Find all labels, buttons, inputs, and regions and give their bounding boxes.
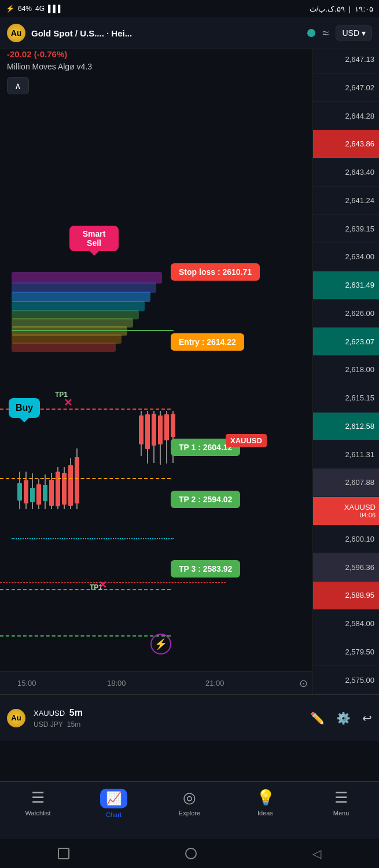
status-dot	[307, 29, 315, 37]
price-2596: 2,596.36	[313, 553, 379, 582]
secondary-instrument[interactable]: USD JPY 15m	[34, 720, 83, 729]
nav-watchlist[interactable]: ☰ Watchlist	[0, 789, 76, 816]
price-2575: 2,575.00	[313, 666, 379, 694]
watchlist-icon: ☰	[31, 789, 45, 807]
price-2600: 2,600.10	[313, 525, 379, 554]
price-change: -20.02 (-0.76%)	[7, 49, 67, 59]
chart-area[interactable]: TP1 ✕ TP1 ✕	[0, 17, 312, 694]
status-right: ۱۹:۰۵ | ۵۹.ک.ب/ث	[310, 5, 373, 13]
header-left: Au Gold Spot / U.S.... · Hei...	[7, 24, 132, 42]
smart-sell-label: Smart Sell	[69, 226, 119, 251]
instrument-list: XAUUSD 5m USD JPY 15m	[34, 708, 83, 729]
entry-label: Entry : 2614.22	[171, 333, 244, 351]
status-left: ⚡ 64% 4G ▌▌▌	[6, 5, 63, 13]
instrument-icon: Au	[7, 709, 25, 727]
price-2623: 2,623.07	[313, 328, 379, 356]
recents-button[interactable]	[58, 848, 69, 859]
menu-icon: ☰	[334, 789, 348, 807]
explore-icon: ◎	[183, 789, 196, 807]
nav-explore[interactable]: ◎ Explore	[152, 789, 227, 816]
pen-icon[interactable]: ✏️	[310, 711, 325, 725]
watchlist-label: Watchlist	[25, 810, 50, 816]
chart-label: Chart	[106, 811, 122, 818]
price-2641: 2,641.24	[313, 187, 379, 215]
gold-icon: Au	[7, 24, 25, 42]
time-label-1500: 15:00	[17, 679, 36, 687]
price-2615: 2,615.15	[313, 384, 379, 413]
bottom-nav: ☰ Watchlist 📈 Chart ◎ Explore 💡 Ideas ☰ …	[0, 781, 379, 839]
header: Au Gold Spot / U.S.... · Hei... ≈ USD ▾	[0, 17, 379, 49]
tp2-label: TP 2 : 2594.02	[171, 491, 240, 508]
chevron-down-icon: ▾	[362, 28, 366, 38]
price-2607: 2,607.88	[313, 469, 379, 497]
time-axis: 15:00 18:00 21:00 ⊙	[0, 671, 312, 694]
price-2639: 2,639.15	[313, 215, 379, 243]
collapse-button[interactable]: ∧	[7, 77, 29, 94]
back-button[interactable]: ◁	[312, 847, 321, 860]
battery-icon: ⚡	[6, 5, 14, 13]
android-nav: ◁	[0, 839, 379, 868]
tp2-line	[0, 635, 171, 637]
time-settings-icon[interactable]: ⊙	[299, 677, 308, 690]
current-price-line	[0, 582, 226, 583]
price-2612: 2,612.58	[313, 413, 379, 441]
instrument-bar: Au XAUUSD 5m USD JPY 15m ✏️ ⚙️ ↩	[0, 694, 379, 741]
price-2644: 2,644.28	[313, 102, 379, 130]
price-2631: 2,631.49	[313, 271, 379, 300]
x-mark-1: ✕	[64, 396, 72, 409]
stop-loss-label: Stop loss : 2610.71	[171, 263, 260, 281]
tp3-label: TP 3 : 2583.92	[171, 560, 240, 578]
signal-bars: ▌▌▌	[48, 5, 63, 13]
entry-line	[0, 478, 171, 479]
price-sidebar: 2,648.72 2,647.13 2,647.02 2,644.28 2,64…	[312, 17, 379, 694]
ideas-icon: 💡	[256, 789, 275, 807]
lightning-icon[interactable]: ⚡	[150, 634, 171, 654]
primary-instrument[interactable]: XAUUSD 5m	[34, 708, 83, 718]
status-bar: ⚡ 64% 4G ▌▌▌ ۱۹:۰۵ | ۵۹.ک.ب/ث	[0, 0, 379, 17]
price-2643a: 2,643.86	[313, 130, 379, 159]
currency-selector[interactable]: USD ▾	[336, 25, 372, 41]
buy-label: Buy	[9, 398, 40, 418]
wave-icon: ≈	[322, 27, 329, 40]
xauusd-chart-tag: XAUUSD	[226, 434, 267, 447]
time-label-2100: 21:00	[205, 679, 225, 687]
settings-icon[interactable]: ⚙️	[336, 711, 351, 725]
price-2634: 2,634.00	[313, 243, 379, 271]
price-2588: 2,588.95	[313, 582, 379, 610]
carrier: ۵۹.ک.ب/ث	[310, 5, 345, 13]
header-icons: ≈ USD ▾	[307, 25, 372, 41]
currency-label: USD	[342, 28, 359, 38]
nav-chart[interactable]: 📈 Chart	[76, 789, 152, 818]
ideas-label: Ideas	[257, 810, 273, 816]
explore-label: Explore	[179, 810, 200, 816]
chart-icon: 📈	[100, 789, 127, 808]
nav-ideas[interactable]: 💡 Ideas	[227, 789, 303, 816]
x-mark-2: ✕	[98, 579, 107, 591]
price-2643b: 2,643.40	[313, 159, 379, 187]
price-2611: 2,611.31	[313, 440, 379, 469]
price-2647a: 2,647.13	[313, 46, 379, 74]
menu-label: Menu	[333, 810, 349, 816]
price-2626: 2,626.00	[313, 300, 379, 328]
tp1-line	[0, 589, 171, 590]
time-display: ۱۹:۰۵	[355, 5, 373, 13]
price-2579: 2,579.50	[313, 638, 379, 667]
algo-label: Million Moves Algø v4.3	[7, 62, 92, 71]
xauusd-price-tag: XAUUSD 04:06	[313, 497, 379, 525]
price-2584: 2,584.00	[313, 610, 379, 638]
instrument-actions: ✏️ ⚙️ ↩	[310, 711, 372, 725]
price-2618: 2,618.00	[313, 356, 379, 384]
back-icon[interactable]: ↩	[362, 711, 372, 725]
time-label-1800: 18:00	[107, 679, 126, 687]
price-2647b: 2,647.02	[313, 74, 379, 102]
home-button[interactable]	[185, 848, 197, 859]
nav-menu[interactable]: ☰ Menu	[303, 789, 379, 816]
network-icon: 4G	[35, 5, 45, 13]
symbol-title[interactable]: Gold Spot / U.S.... · Hei...	[31, 28, 132, 38]
battery-level: 64%	[18, 5, 32, 13]
